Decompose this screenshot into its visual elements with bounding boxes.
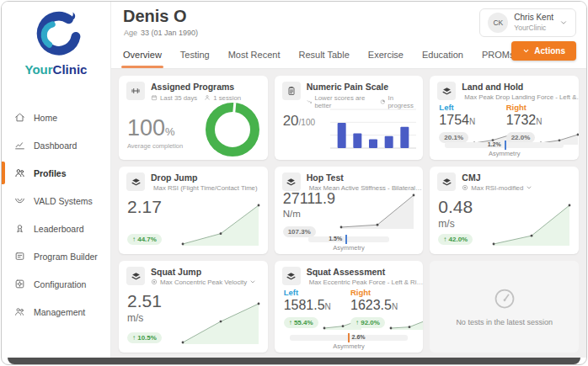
user-org: YourClinic [514,24,553,33]
dashboard-icon [14,140,25,151]
in-progress-icon [380,98,386,105]
actions-label: Actions [534,46,565,56]
card-numeric-pain-scale[interactable]: Numeric Pain Scale Lower scores are bett… [275,76,424,160]
change-badge: ↑ 10.5% [127,332,162,343]
metric-selector[interactable]: Max Concentric Peak Velocity [151,278,256,286]
tab-education[interactable]: Education [422,50,463,68]
actions-button[interactable]: Actions [511,41,576,61]
tab-result-table[interactable]: Result Table [298,50,349,68]
patient-age: Age33 (01 Jan 1990) [124,29,198,37]
metric-selector[interactable]: Max Eccentric Peak Force - Left & Ri… [307,278,416,286]
configuration-icon [14,278,25,289]
tab-testing[interactable]: Testing [180,50,210,68]
forcedecks-icon [282,172,301,191]
trend-chart [180,300,261,344]
sidebar-item-program-builder[interactable]: Program Builder [2,242,110,270]
card-assigned-programs[interactable]: Assigned Programs Last 35 days 1 session… [119,76,268,160]
right-label: Right [506,103,571,112]
brand-name: YourClinic [2,62,110,77]
asymmetry-marker [505,141,506,150]
card-title: Squat Jump [151,267,256,278]
tab-most-recent[interactable]: Most Recent [228,50,281,68]
metric-selector[interactable]: Max RSI (Flight Time/Contact Time) [151,184,260,192]
right-change-badge: ↑ 92.0% [350,317,385,328]
card-title: Numeric Pain Scale [307,82,416,93]
completion-caption: Average completion [127,142,183,150]
right-column: Right 1732N 22.0% [505,103,571,145]
clinic-logo: YourClinic [2,2,110,77]
tab-overview[interactable]: Overview [123,50,162,68]
period-label: Last 35 days [160,94,197,102]
left-value: 1581.5N [284,298,349,313]
change-badge: ↑ 42.0% [438,234,473,245]
management-icon [14,306,25,317]
card-squat-assessment[interactable]: Squat Assessment Max Eccentric Peak Forc… [275,261,424,353]
forcedecks-icon [282,267,301,285]
card-header: Land and Hold Max Peak Drop Landing Forc… [437,82,571,101]
asymmetry-section: 1.2% Asymmetry [438,142,570,157]
sidebar-item-home[interactable]: Home [2,103,110,131]
pain-bar-chart [330,106,416,153]
change-badge: ↑ 44.7% [127,234,162,245]
sidebar-item-leaderboard[interactable]: Leaderboard [2,215,110,242]
metric-selector[interactable]: Max RSI-modified [462,184,532,192]
clinic-logo-icon [32,10,81,59]
metric-label: Max RSI (Flight Time/Contact Time) [153,184,257,192]
forcedecks-icon [126,172,145,191]
gauge-icon [493,287,516,310]
sidebar-item-label: Home [34,113,57,123]
card-header: Assigned Programs Last 35 days 1 session [126,82,260,102]
session-icon [204,94,211,101]
trend-chart [339,192,416,229]
completion-donut-chart [206,103,259,156]
sidebar-item-label: Profiles [34,168,67,178]
metric-label: Max Peak Drop Landing Force - Left &… [464,93,579,101]
metric-unit: m/s [127,312,162,324]
metric-label: Max Eccentric Peak Force - Left & Ri… [309,278,424,286]
metric-value: 2.17 [127,197,162,217]
patient-name: Denis O [123,7,187,26]
right-value: 1732N [506,113,571,128]
asymmetry-bar: 1.5% [308,236,390,242]
asymmetry-label: Asymmetry [283,342,415,350]
user-menu[interactable]: CK Chris Kent YourClinic [479,8,576,37]
sidebar-item-configuration[interactable]: Configuration [2,270,110,298]
asymmetry-marker [345,235,347,244]
program-builder-icon [14,251,25,262]
left-right-values: Left 1581.5N ↑ 55.4% Right 1623.5N ↑ 92.… [282,288,416,330]
metric-unit: N/m [283,209,335,219]
asymmetry-bar: 2.6% [290,335,409,341]
metric-label: Max RSI-modified [471,184,523,192]
sidebar-item-management[interactable]: Management [2,298,110,326]
sidebar-item-dashboard[interactable]: Dashboard [2,131,110,159]
vald-systems-icon [14,195,25,206]
overview-grid: Assigned Programs Last 35 days 1 session… [111,69,586,358]
asymmetry-value: 1.2% [488,141,501,147]
card-cmj[interactable]: CMJ Max RSI-modified 0.48 m/s ↑ 42.0% [430,167,579,254]
tab-proms[interactable]: PROMs [482,50,515,68]
metric-value: 2.51 m/s [127,291,162,324]
app-window: YourClinic Home Dashboard Profiles VALD … [1,1,587,365]
card-header: Hop Test Max Mean Active Stiffness - Bil… [282,172,416,192]
trend-down-icon [307,98,313,105]
sidebar-item-label: Dashboard [34,141,77,151]
tab-exercise[interactable]: Exercise [368,50,404,68]
card-drop-jump[interactable]: Drop Jump Max RSI (Flight Time/Contact T… [119,167,268,254]
card-header: Squat Assessment Max Eccentric Peak Forc… [282,267,416,286]
sidebar-item-profiles[interactable]: Profiles [2,159,110,187]
leaderboard-icon [14,223,25,234]
card-title: Assigned Programs [151,82,241,93]
clipboard-icon [282,82,301,100]
card-hop-test[interactable]: Hop Test Max Mean Active Stiffness - Bil… [275,167,424,254]
card-title: CMJ [462,172,532,183]
card-land-and-hold[interactable]: Land and Hold Max Peak Drop Landing Forc… [430,76,579,160]
sidebar-item-vald-systems[interactable]: VALD Systems [2,187,110,215]
sidebar-item-label: VALD Systems [34,196,93,206]
card-meta: Last 35 days 1 session [151,94,241,102]
pain-score: 20/100 [283,113,315,130]
chevron-down-icon [526,184,532,191]
tab-bar: Overview Testing Most Recent Result Tabl… [123,50,514,68]
sidebar-item-label: Management [34,307,85,317]
card-squat-jump[interactable]: Squat Jump Max Concentric Peak Velocity … [119,261,268,353]
metric-selector[interactable]: Max Peak Drop Landing Force - Left &… [462,93,571,101]
